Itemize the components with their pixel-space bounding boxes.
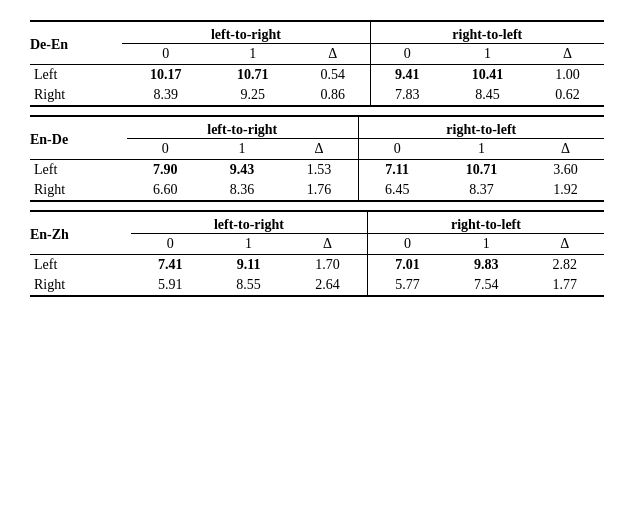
col-header-de-en-0: 0 — [122, 44, 209, 65]
col-header-en-zh-1: 1 — [209, 234, 287, 255]
cell-en-de-r0-c4: 10.71 — [436, 160, 527, 181]
cell-en-de-r0-c2: 1.53 — [280, 160, 358, 181]
cell-de-en-r0-c2: 0.54 — [296, 65, 370, 86]
col-header-en-zh-0: 0 — [131, 234, 209, 255]
group-header-en-zh-1: right-to-left — [367, 211, 604, 234]
row-label: Left — [30, 160, 127, 181]
row-label: Left — [30, 255, 131, 276]
section-label-de-en: De-En — [30, 21, 122, 65]
cell-de-en-r0-c4: 10.41 — [444, 65, 531, 86]
col-header-en-de-1: 1 — [204, 139, 281, 160]
col-header-de-en-2: Δ — [296, 44, 370, 65]
cell-de-en-r1-c0: 8.39 — [122, 85, 209, 106]
table-row: Right6.608.361.766.458.371.92 — [30, 180, 604, 201]
cell-en-de-r1-c5: 1.92 — [527, 180, 604, 201]
section-label-en-zh: En-Zh — [30, 211, 131, 255]
col-header-en-zh-5: Δ — [525, 234, 604, 255]
cell-de-en-r0-c3: 9.41 — [370, 65, 444, 86]
group-header-en-de-0: left-to-right — [127, 116, 358, 139]
cell-en-de-r0-c1: 9.43 — [204, 160, 281, 181]
cell-de-en-r1-c3: 7.83 — [370, 85, 444, 106]
cell-en-zh-r1-c1: 8.55 — [209, 275, 287, 296]
col-header-en-de-2: Δ — [280, 139, 358, 160]
cell-de-en-r1-c5: 0.62 — [531, 85, 604, 106]
cell-en-de-r1-c3: 6.45 — [358, 180, 436, 201]
group-header-de-en-1: right-to-left — [370, 21, 604, 44]
col-header-de-en-5: Δ — [531, 44, 604, 65]
cell-de-en-r0-c1: 10.71 — [209, 65, 296, 86]
cell-en-de-r1-c2: 1.76 — [280, 180, 358, 201]
cell-en-zh-r1-c4: 7.54 — [447, 275, 525, 296]
cell-en-de-r1-c4: 8.37 — [436, 180, 527, 201]
col-header-en-zh-4: 1 — [447, 234, 525, 255]
col-header-de-en-1: 1 — [209, 44, 296, 65]
section-table-en-de: En-Deleft-to-rightright-to-left01Δ01ΔLef… — [30, 115, 604, 202]
col-header-en-zh-2: Δ — [288, 234, 368, 255]
col-header-en-de-4: 1 — [436, 139, 527, 160]
table-row: Right5.918.552.645.777.541.77 — [30, 275, 604, 296]
cell-de-en-r1-c4: 8.45 — [444, 85, 531, 106]
cell-en-zh-r1-c5: 1.77 — [525, 275, 604, 296]
cell-en-zh-r1-c0: 5.91 — [131, 275, 209, 296]
col-header-en-de-3: 0 — [358, 139, 436, 160]
col-header-en-de-5: Δ — [527, 139, 604, 160]
table-row: Left10.1710.710.549.4110.411.00 — [30, 65, 604, 86]
group-header-de-en-0: left-to-right — [122, 21, 370, 44]
col-header-de-en-4: 1 — [444, 44, 531, 65]
col-header-en-de-0: 0 — [127, 139, 204, 160]
col-header-en-zh-3: 0 — [367, 234, 447, 255]
cell-en-zh-r0-c5: 2.82 — [525, 255, 604, 276]
cell-en-zh-r1-c2: 2.64 — [288, 275, 368, 296]
col-header-de-en-3: 0 — [370, 44, 444, 65]
cell-en-zh-r1-c3: 5.77 — [367, 275, 447, 296]
section-table-en-zh: En-Zhleft-to-rightright-to-left01Δ01ΔLef… — [30, 210, 604, 297]
cell-en-de-r0-c3: 7.11 — [358, 160, 436, 181]
table-row: Left7.909.431.537.1110.713.60 — [30, 160, 604, 181]
cell-de-en-r0-c0: 10.17 — [122, 65, 209, 86]
cell-en-de-r1-c1: 8.36 — [204, 180, 281, 201]
row-label: Right — [30, 180, 127, 201]
cell-en-zh-r0-c4: 9.83 — [447, 255, 525, 276]
cell-de-en-r1-c1: 9.25 — [209, 85, 296, 106]
cell-de-en-r1-c2: 0.86 — [296, 85, 370, 106]
table-row: Left7.419.111.707.019.832.82 — [30, 255, 604, 276]
cell-en-de-r0-c0: 7.90 — [127, 160, 204, 181]
cell-en-zh-r0-c0: 7.41 — [131, 255, 209, 276]
group-header-en-de-1: right-to-left — [358, 116, 604, 139]
row-label: Right — [30, 275, 131, 296]
cell-en-zh-r0-c2: 1.70 — [288, 255, 368, 276]
cell-en-zh-r0-c3: 7.01 — [367, 255, 447, 276]
cell-en-zh-r0-c1: 9.11 — [209, 255, 287, 276]
section-table-de-en: De-Enleft-to-rightright-to-left01Δ01ΔLef… — [30, 20, 604, 107]
section-label-en-de: En-De — [30, 116, 127, 160]
cell-en-de-r0-c5: 3.60 — [527, 160, 604, 181]
row-label: Left — [30, 65, 122, 86]
cell-en-de-r1-c0: 6.60 — [127, 180, 204, 201]
group-header-en-zh-0: left-to-right — [131, 211, 368, 234]
cell-de-en-r0-c5: 1.00 — [531, 65, 604, 86]
table-row: Right8.399.250.867.838.450.62 — [30, 85, 604, 106]
row-label: Right — [30, 85, 122, 106]
